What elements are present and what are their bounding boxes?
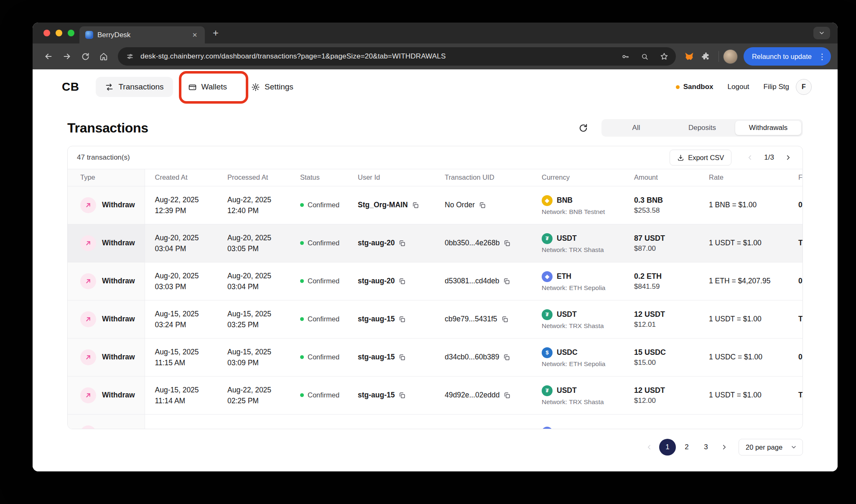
passwords-key-icon[interactable] xyxy=(618,49,633,64)
home-button[interactable] xyxy=(94,47,113,66)
url-bar[interactable]: desk-stg.chainberry.com/dashboard/transa… xyxy=(118,47,676,66)
minimize-window-button[interactable] xyxy=(56,30,62,36)
table-row[interactable]: Withdraw Aug-22, 2025 12:39 PM Aug-22, 2… xyxy=(68,186,803,224)
type-label: Withdraw xyxy=(102,277,135,285)
page-button-2[interactable]: 2 xyxy=(678,439,695,456)
page-button-1[interactable]: 1 xyxy=(659,439,676,456)
forward-button[interactable] xyxy=(58,47,76,66)
copy-icon[interactable] xyxy=(503,354,510,361)
user-menu[interactable]: Filip Stg F xyxy=(764,79,812,95)
kebab-menu-icon[interactable]: ⋮ xyxy=(817,50,828,63)
copy-icon[interactable] xyxy=(398,354,406,361)
metamask-extension-icon[interactable] xyxy=(681,48,698,65)
tab-withdrawals[interactable]: Withdrawals xyxy=(735,121,801,135)
bookmark-star-icon[interactable] xyxy=(657,49,672,64)
copy-icon[interactable] xyxy=(503,239,511,247)
tab-close-icon[interactable]: ✕ xyxy=(190,30,200,40)
user-name: Filip Stg xyxy=(764,83,789,91)
back-arrow-icon xyxy=(44,52,53,61)
pagination-prev-button[interactable] xyxy=(642,440,657,455)
browser-tab-strip: BerryDesk ✕ + xyxy=(33,23,838,43)
transaction-uid: d34cb0...60b389 xyxy=(445,353,499,361)
close-window-button[interactable] xyxy=(43,30,50,36)
pagination-next-button[interactable] xyxy=(717,440,732,455)
nav-item-transactions[interactable]: Transactions xyxy=(96,77,173,97)
amount-usd: $253.58 xyxy=(634,206,699,215)
browser-tab[interactable]: BerryDesk ✕ xyxy=(79,26,205,43)
relaunch-to-update-button[interactable]: Relaunch to update ⋮ xyxy=(744,47,831,66)
copy-icon[interactable] xyxy=(398,316,406,323)
browser-window: BerryDesk ✕ + desk-stg.chainberry.com/da… xyxy=(33,23,838,471)
chevron-right-icon xyxy=(721,443,728,451)
currency-icon: ◆ xyxy=(542,195,553,206)
export-csv-button[interactable]: Export CSV xyxy=(670,150,731,165)
table-row[interactable]: Withdraw Aug-20, 2025 03:04 PM Aug-20, 2… xyxy=(68,224,803,262)
status-label: Confirmed xyxy=(308,201,339,209)
nav-item-settings[interactable]: Settings xyxy=(242,77,303,97)
next-page-button[interactable] xyxy=(783,153,793,163)
table-row[interactable]: Withdraw Aug-15, 2025 11:14 AM Aug-22, 2… xyxy=(68,376,803,414)
from-address: 0x xyxy=(788,186,803,224)
new-tab-button[interactable]: + xyxy=(209,26,222,40)
zoom-search-icon[interactable] xyxy=(637,49,652,64)
processed-date: Aug-20, 2025 xyxy=(227,428,290,429)
reload-button[interactable] xyxy=(76,47,94,66)
created-date: Aug-20, 2025 xyxy=(155,232,218,243)
user-id: stg-aug-15 xyxy=(358,353,395,361)
prev-page-button[interactable] xyxy=(745,153,755,163)
status-dot-icon xyxy=(300,203,304,207)
currency-symbol: BNB xyxy=(557,196,573,205)
copy-icon[interactable] xyxy=(479,201,486,209)
amount-usd: $841.59 xyxy=(634,283,699,291)
url-text[interactable]: desk-stg.chainberry.com/dashboard/transa… xyxy=(140,52,614,61)
browser-profile-avatar[interactable] xyxy=(723,49,738,64)
logout-button[interactable]: Logout xyxy=(728,83,749,91)
copy-icon[interactable] xyxy=(398,277,406,285)
chevron-down-icon xyxy=(790,444,797,451)
created-time: 11:15 AM xyxy=(155,357,218,368)
page-button-3[interactable]: 3 xyxy=(698,439,714,456)
table-row[interactable]: Withdraw Aug-15, 2025 11:15 AM Aug-15, 2… xyxy=(68,338,803,376)
transactions-filter-tabs: All Deposits Withdrawals xyxy=(601,119,803,137)
extensions-puzzle-icon[interactable] xyxy=(698,48,714,65)
withdraw-arrow-icon xyxy=(80,311,96,327)
tab-deposits[interactable]: Deposits xyxy=(669,121,735,135)
col-created-at: Created At xyxy=(145,169,217,186)
site-info-icon[interactable] xyxy=(124,50,136,63)
copy-icon[interactable] xyxy=(398,239,406,247)
type-label: Withdraw xyxy=(102,429,135,429)
rate-value: 1 USDT = $1.00 xyxy=(699,376,788,414)
currency-network: Network: TRX Shasta xyxy=(542,399,624,405)
copy-icon[interactable] xyxy=(503,392,511,399)
currency-network: Network: TRX Shasta xyxy=(542,247,624,253)
created-time: 11:14 AM xyxy=(155,395,218,406)
back-button[interactable] xyxy=(39,47,58,66)
copy-icon[interactable] xyxy=(398,392,406,399)
gear-icon xyxy=(251,83,260,92)
transfer-arrows-icon xyxy=(105,83,114,92)
tab-search-button[interactable] xyxy=(813,27,830,39)
status-label: Confirmed xyxy=(308,315,339,323)
created-date: Aug-15, 2025 xyxy=(155,428,218,429)
table-row[interactable]: Withdraw Aug-15, 2025 Aug-20, 2025 xyxy=(68,414,803,429)
page-size-select[interactable]: 20 per page xyxy=(739,439,803,456)
processed-time: 03:04 PM xyxy=(227,281,290,292)
status-label: Confirmed xyxy=(308,277,339,285)
nav-item-wallets[interactable]: Wallets xyxy=(179,77,237,97)
copy-icon[interactable] xyxy=(412,201,419,209)
copy-icon[interactable] xyxy=(503,277,510,285)
created-date: Aug-15, 2025 xyxy=(155,346,218,357)
user-avatar[interactable]: F xyxy=(796,79,812,95)
copy-icon[interactable] xyxy=(501,316,509,323)
tab-all[interactable]: All xyxy=(603,121,669,135)
amount-value: 87 USDT xyxy=(634,233,699,243)
berrydesk-app: CB Transactions Wallets Settings xyxy=(33,69,838,471)
zoom-window-button[interactable] xyxy=(68,30,74,36)
table-row[interactable]: Withdraw Aug-20, 2025 03:03 PM Aug-20, 2… xyxy=(68,262,803,300)
refresh-icon xyxy=(578,123,588,133)
table-row[interactable]: Withdraw Aug-15, 2025 03:24 PM Aug-15, 2… xyxy=(68,300,803,338)
status-label: Confirmed xyxy=(308,239,339,247)
refresh-button[interactable] xyxy=(575,120,591,136)
from-address: TP xyxy=(788,224,803,262)
cb-logo[interactable]: CB xyxy=(62,80,79,94)
